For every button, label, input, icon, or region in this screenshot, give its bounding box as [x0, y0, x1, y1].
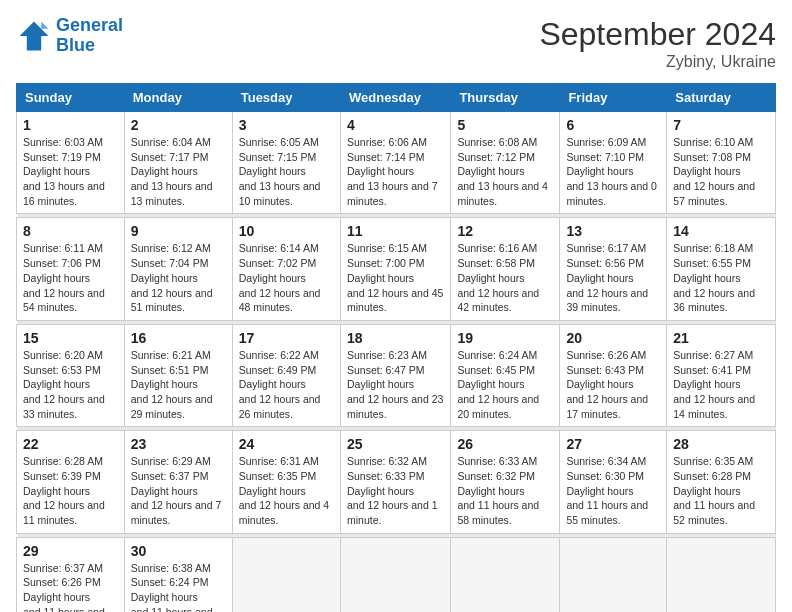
day-number: 12 — [457, 223, 553, 239]
day-number: 4 — [347, 117, 444, 133]
day-number: 2 — [131, 117, 226, 133]
day-number: 20 — [566, 330, 660, 346]
calendar-week-1: 1 Sunrise: 6:03 AM Sunset: 7:19 PM Dayli… — [17, 112, 776, 214]
day-info: Sunrise: 6:34 AM Sunset: 6:30 PM Dayligh… — [566, 454, 660, 527]
day-info: Sunrise: 6:17 AM Sunset: 6:56 PM Dayligh… — [566, 241, 660, 314]
table-row: 12 Sunrise: 6:16 AM Sunset: 6:58 PM Dayl… — [451, 218, 560, 320]
day-number: 10 — [239, 223, 334, 239]
table-row: 25 Sunrise: 6:32 AM Sunset: 6:33 PM Dayl… — [340, 431, 450, 533]
day-number: 3 — [239, 117, 334, 133]
col-sunday: Sunday — [17, 84, 125, 112]
table-row: 11 Sunrise: 6:15 AM Sunset: 7:00 PM Dayl… — [340, 218, 450, 320]
day-number: 28 — [673, 436, 769, 452]
day-info: Sunrise: 6:38 AM Sunset: 6:24 PM Dayligh… — [131, 561, 226, 612]
day-info: Sunrise: 6:35 AM Sunset: 6:28 PM Dayligh… — [673, 454, 769, 527]
day-number: 27 — [566, 436, 660, 452]
day-info: Sunrise: 6:31 AM Sunset: 6:35 PM Dayligh… — [239, 454, 334, 527]
table-row: 5 Sunrise: 6:08 AM Sunset: 7:12 PM Dayli… — [451, 112, 560, 214]
table-row: 15 Sunrise: 6:20 AM Sunset: 6:53 PM Dayl… — [17, 324, 125, 426]
day-number: 17 — [239, 330, 334, 346]
table-row: 2 Sunrise: 6:04 AM Sunset: 7:17 PM Dayli… — [124, 112, 232, 214]
calendar-header-row: Sunday Monday Tuesday Wednesday Thursday… — [17, 84, 776, 112]
day-number: 24 — [239, 436, 334, 452]
day-number: 13 — [566, 223, 660, 239]
table-row: 29 Sunrise: 6:37 AM Sunset: 6:26 PM Dayl… — [17, 537, 125, 612]
table-row: 19 Sunrise: 6:24 AM Sunset: 6:45 PM Dayl… — [451, 324, 560, 426]
day-info: Sunrise: 6:21 AM Sunset: 6:51 PM Dayligh… — [131, 348, 226, 421]
day-number: 1 — [23, 117, 118, 133]
table-row: 10 Sunrise: 6:14 AM Sunset: 7:02 PM Dayl… — [232, 218, 340, 320]
location: Zybiny, Ukraine — [539, 53, 776, 71]
table-row: 18 Sunrise: 6:23 AM Sunset: 6:47 PM Dayl… — [340, 324, 450, 426]
table-row — [560, 537, 667, 612]
table-row: 24 Sunrise: 6:31 AM Sunset: 6:35 PM Dayl… — [232, 431, 340, 533]
day-info: Sunrise: 6:26 AM Sunset: 6:43 PM Dayligh… — [566, 348, 660, 421]
day-info: Sunrise: 6:12 AM Sunset: 7:04 PM Dayligh… — [131, 241, 226, 314]
table-row: 7 Sunrise: 6:10 AM Sunset: 7:08 PM Dayli… — [667, 112, 776, 214]
day-info: Sunrise: 6:28 AM Sunset: 6:39 PM Dayligh… — [23, 454, 118, 527]
table-row: 13 Sunrise: 6:17 AM Sunset: 6:56 PM Dayl… — [560, 218, 667, 320]
day-info: Sunrise: 6:15 AM Sunset: 7:00 PM Dayligh… — [347, 241, 444, 314]
table-row — [340, 537, 450, 612]
table-row: 28 Sunrise: 6:35 AM Sunset: 6:28 PM Dayl… — [667, 431, 776, 533]
day-info: Sunrise: 6:14 AM Sunset: 7:02 PM Dayligh… — [239, 241, 334, 314]
table-row: 30 Sunrise: 6:38 AM Sunset: 6:24 PM Dayl… — [124, 537, 232, 612]
day-info: Sunrise: 6:23 AM Sunset: 6:47 PM Dayligh… — [347, 348, 444, 421]
day-number: 22 — [23, 436, 118, 452]
day-info: Sunrise: 6:10 AM Sunset: 7:08 PM Dayligh… — [673, 135, 769, 208]
logo-icon — [16, 18, 52, 54]
table-row: 14 Sunrise: 6:18 AM Sunset: 6:55 PM Dayl… — [667, 218, 776, 320]
day-number: 30 — [131, 543, 226, 559]
table-row: 8 Sunrise: 6:11 AM Sunset: 7:06 PM Dayli… — [17, 218, 125, 320]
day-number: 19 — [457, 330, 553, 346]
day-number: 18 — [347, 330, 444, 346]
day-info: Sunrise: 6:29 AM Sunset: 6:37 PM Dayligh… — [131, 454, 226, 527]
table-row: 27 Sunrise: 6:34 AM Sunset: 6:30 PM Dayl… — [560, 431, 667, 533]
day-number: 25 — [347, 436, 444, 452]
table-row — [667, 537, 776, 612]
day-info: Sunrise: 6:03 AM Sunset: 7:19 PM Dayligh… — [23, 135, 118, 208]
table-row: 26 Sunrise: 6:33 AM Sunset: 6:32 PM Dayl… — [451, 431, 560, 533]
day-number: 14 — [673, 223, 769, 239]
col-friday: Friday — [560, 84, 667, 112]
calendar-week-5: 29 Sunrise: 6:37 AM Sunset: 6:26 PM Dayl… — [17, 537, 776, 612]
col-saturday: Saturday — [667, 84, 776, 112]
day-info: Sunrise: 6:06 AM Sunset: 7:14 PM Dayligh… — [347, 135, 444, 208]
day-info: Sunrise: 6:05 AM Sunset: 7:15 PM Dayligh… — [239, 135, 334, 208]
col-wednesday: Wednesday — [340, 84, 450, 112]
day-info: Sunrise: 6:32 AM Sunset: 6:33 PM Dayligh… — [347, 454, 444, 527]
day-info: Sunrise: 6:22 AM Sunset: 6:49 PM Dayligh… — [239, 348, 334, 421]
col-thursday: Thursday — [451, 84, 560, 112]
table-row: 3 Sunrise: 6:05 AM Sunset: 7:15 PM Dayli… — [232, 112, 340, 214]
day-info: Sunrise: 6:09 AM Sunset: 7:10 PM Dayligh… — [566, 135, 660, 208]
day-info: Sunrise: 6:33 AM Sunset: 6:32 PM Dayligh… — [457, 454, 553, 527]
month-title: September 2024 — [539, 16, 776, 53]
logo-line2: Blue — [56, 36, 123, 56]
page-header: General Blue September 2024 Zybiny, Ukra… — [16, 16, 776, 71]
table-row: 17 Sunrise: 6:22 AM Sunset: 6:49 PM Dayl… — [232, 324, 340, 426]
day-number: 9 — [131, 223, 226, 239]
table-row: 16 Sunrise: 6:21 AM Sunset: 6:51 PM Dayl… — [124, 324, 232, 426]
table-row: 1 Sunrise: 6:03 AM Sunset: 7:19 PM Dayli… — [17, 112, 125, 214]
svg-marker-1 — [41, 21, 48, 28]
day-number: 7 — [673, 117, 769, 133]
table-row: 22 Sunrise: 6:28 AM Sunset: 6:39 PM Dayl… — [17, 431, 125, 533]
day-info: Sunrise: 6:16 AM Sunset: 6:58 PM Dayligh… — [457, 241, 553, 314]
table-row: 20 Sunrise: 6:26 AM Sunset: 6:43 PM Dayl… — [560, 324, 667, 426]
title-block: September 2024 Zybiny, Ukraine — [539, 16, 776, 71]
day-info: Sunrise: 6:20 AM Sunset: 6:53 PM Dayligh… — [23, 348, 118, 421]
day-info: Sunrise: 6:37 AM Sunset: 6:26 PM Dayligh… — [23, 561, 118, 612]
table-row: 6 Sunrise: 6:09 AM Sunset: 7:10 PM Dayli… — [560, 112, 667, 214]
calendar-week-3: 15 Sunrise: 6:20 AM Sunset: 6:53 PM Dayl… — [17, 324, 776, 426]
day-info: Sunrise: 6:18 AM Sunset: 6:55 PM Dayligh… — [673, 241, 769, 314]
col-monday: Monday — [124, 84, 232, 112]
day-info: Sunrise: 6:11 AM Sunset: 7:06 PM Dayligh… — [23, 241, 118, 314]
logo: General Blue — [16, 16, 123, 56]
day-info: Sunrise: 6:08 AM Sunset: 7:12 PM Dayligh… — [457, 135, 553, 208]
day-number: 23 — [131, 436, 226, 452]
day-number: 15 — [23, 330, 118, 346]
day-number: 6 — [566, 117, 660, 133]
logo-line1: General — [56, 16, 123, 36]
table-row: 21 Sunrise: 6:27 AM Sunset: 6:41 PM Dayl… — [667, 324, 776, 426]
day-info: Sunrise: 6:24 AM Sunset: 6:45 PM Dayligh… — [457, 348, 553, 421]
